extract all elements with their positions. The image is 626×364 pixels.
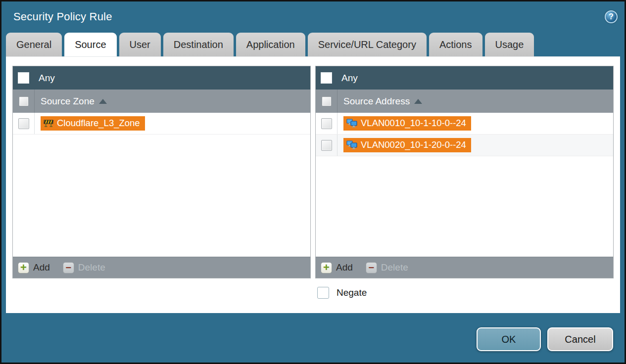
tab-user[interactable]: User [119, 33, 161, 56]
column-title[interactable]: Source Zone [41, 96, 95, 107]
zone-icon [44, 119, 53, 127]
source-address-any-row: Any [316, 66, 613, 90]
sort-asc-icon [99, 99, 107, 104]
row-checkbox[interactable] [321, 140, 332, 151]
page-title: Security Policy Rule [13, 10, 605, 23]
address-object-label: VLAN0020_10-1-20-0--24 [361, 139, 466, 150]
negate-checkbox[interactable] [317, 287, 329, 299]
tab-bar: General Source User Destination Applicat… [1, 32, 625, 56]
source-zone-panel: Any Source Zone [12, 66, 311, 278]
source-zone-footer: + Add − Delete [13, 257, 310, 278]
dialog-button-bar: OK Cancel [1, 313, 625, 351]
title-bar: Security Policy Rule ? [1, 1, 625, 32]
delete-icon: − [366, 262, 377, 273]
source-zone-column-header: Source Zone [13, 90, 310, 113]
delete-button[interactable]: − Delete [63, 262, 105, 273]
any-label: Any [341, 73, 358, 84]
tab-application[interactable]: Application [236, 33, 305, 56]
zone-object-label: Cloudflare_L3_Zone [57, 118, 140, 129]
network-icon [346, 140, 357, 149]
source-address-panel: Any Source Address [315, 66, 614, 278]
negate-row: Negate [317, 287, 620, 299]
any-checkbox[interactable] [18, 72, 29, 84]
source-tab-content: Any Source Zone [6, 56, 620, 313]
add-button[interactable]: + Add [18, 262, 50, 273]
any-label: Any [39, 73, 55, 84]
address-object-chip[interactable]: VLAN0020_10-1-20-0--24 [343, 138, 471, 152]
source-address-list: VLAN0010_10-1-10-0--24 [316, 113, 613, 257]
table-row: VLAN0010_10-1-10-0--24 [316, 113, 613, 135]
delete-icon: − [63, 262, 74, 273]
tab-service-url-category[interactable]: Service/URL Category [308, 33, 427, 56]
security-policy-rule-dialog: Security Policy Rule ? General Source Us… [0, 0, 626, 364]
help-icon[interactable]: ? [605, 10, 618, 23]
network-icon [346, 119, 357, 128]
add-icon: + [18, 262, 29, 273]
column-title[interactable]: Source Address [343, 96, 410, 107]
select-all-checkbox[interactable] [19, 96, 29, 106]
address-object-label: VLAN0010_10-1-10-0--24 [361, 118, 466, 129]
any-checkbox[interactable] [321, 72, 332, 84]
add-button[interactable]: + Add [321, 262, 353, 273]
negate-label: Negate [337, 287, 367, 298]
source-zone-list: Cloudflare_L3_Zone [13, 113, 310, 257]
table-row: VLAN0020_10-1-20-0--24 [316, 135, 613, 156]
select-all-checkbox[interactable] [322, 96, 332, 106]
row-checkbox[interactable] [321, 118, 332, 129]
row-checkbox[interactable] [18, 118, 29, 129]
cancel-button[interactable]: Cancel [547, 327, 613, 351]
tab-actions[interactable]: Actions [429, 33, 482, 56]
address-object-chip[interactable]: VLAN0010_10-1-10-0--24 [343, 116, 471, 131]
source-address-footer: + Add − Delete [316, 257, 613, 278]
source-address-column-header: Source Address [316, 90, 613, 113]
tab-general[interactable]: General [6, 33, 62, 56]
ok-button[interactable]: OK [477, 327, 541, 351]
zone-object-chip[interactable]: Cloudflare_L3_Zone [41, 116, 145, 131]
sort-asc-icon [414, 99, 422, 104]
add-icon: + [321, 262, 332, 273]
tab-source[interactable]: Source [64, 33, 116, 56]
table-row: Cloudflare_L3_Zone [13, 113, 310, 135]
source-zone-any-row: Any [13, 66, 310, 90]
tab-destination[interactable]: Destination [163, 33, 234, 56]
tab-usage[interactable]: Usage [485, 33, 534, 56]
delete-button[interactable]: − Delete [366, 262, 408, 273]
